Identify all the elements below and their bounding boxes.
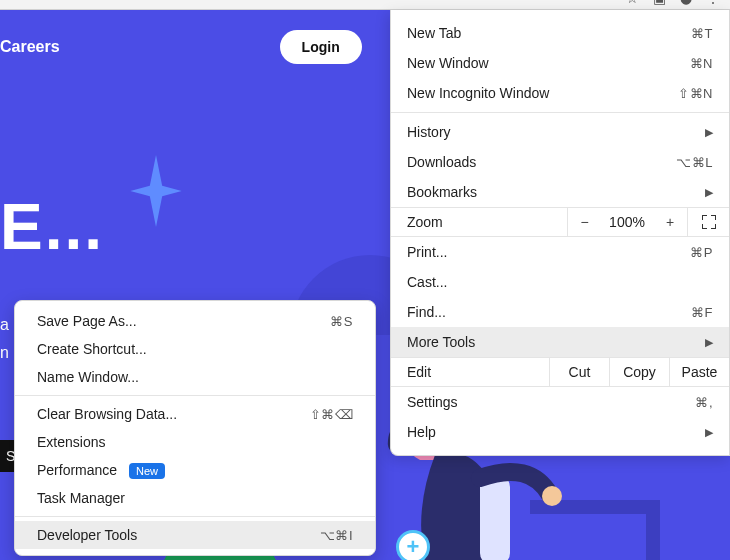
side-text-n: n	[0, 344, 9, 362]
menu-label: New Tab	[407, 25, 461, 41]
chevron-right-icon: ▶	[705, 426, 713, 439]
submenu-extensions[interactable]: Extensions	[15, 428, 375, 456]
submenu-create-shortcut[interactable]: Create Shortcut...	[15, 335, 375, 363]
menu-settings[interactable]: Settings ⌘,	[391, 387, 729, 417]
menu-label: Find...	[407, 304, 446, 320]
edit-paste-button[interactable]: Paste	[669, 358, 729, 386]
menu-label: More Tools	[407, 334, 475, 350]
menu-label: Downloads	[407, 154, 476, 170]
menu-edit-row: Edit Cut Copy Paste	[391, 357, 729, 387]
menu-shortcut: ⌘,	[695, 395, 713, 410]
kebab-menu-icon[interactable]: ⋮	[706, 0, 720, 6]
star-icon[interactable]: ☆	[626, 0, 639, 6]
menu-history[interactable]: History ▶	[391, 117, 729, 147]
menu-bookmarks[interactable]: Bookmarks ▶	[391, 177, 729, 207]
fullscreen-icon	[702, 215, 716, 229]
menu-new-incognito[interactable]: New Incognito Window ⇧⌘N	[391, 78, 729, 108]
menu-shortcut: ⇧⌘N	[678, 86, 713, 101]
menu-label: Extensions	[37, 434, 105, 450]
sparkle-icon	[130, 155, 182, 227]
menu-label: Create Shortcut...	[37, 341, 147, 357]
menu-label: Name Window...	[37, 369, 139, 385]
submenu-name-window[interactable]: Name Window...	[15, 363, 375, 391]
submenu-separator	[15, 395, 375, 396]
submenu-save-page-as[interactable]: Save Page As... ⌘S	[15, 307, 375, 335]
menu-label: Save Page As...	[37, 313, 137, 329]
fullscreen-button[interactable]	[687, 208, 729, 236]
submenu-developer-tools[interactable]: Developer Tools ⌥⌘I	[15, 521, 375, 549]
menu-find[interactable]: Find... ⌘F	[391, 297, 729, 327]
menu-label: Edit	[391, 364, 549, 380]
side-text-a: a	[0, 316, 9, 334]
zoom-value: 100%	[601, 208, 653, 236]
hero-text-fragment: E...	[0, 190, 104, 264]
menu-label: Developer Tools	[37, 527, 137, 543]
menu-label: New Window	[407, 55, 489, 71]
menu-print[interactable]: Print... ⌘P	[391, 237, 729, 267]
plus-badge-icon: +	[396, 530, 430, 560]
edit-cut-button[interactable]: Cut	[549, 358, 609, 386]
menu-label: Zoom	[391, 214, 567, 230]
svg-rect-2	[480, 475, 510, 560]
menu-label: Task Manager	[37, 490, 125, 506]
menu-zoom-row: Zoom − 100% +	[391, 207, 729, 237]
menu-shortcut: ⌘F	[691, 305, 713, 320]
extension-icon[interactable]: ▣	[653, 0, 666, 6]
menu-shortcut: ⌥⌘L	[676, 155, 713, 170]
menu-label: Bookmarks	[407, 184, 477, 200]
menu-downloads[interactable]: Downloads ⌥⌘L	[391, 147, 729, 177]
menu-label: Performance New	[37, 462, 165, 478]
chevron-right-icon: ▶	[705, 336, 713, 349]
chevron-right-icon: ▶	[705, 126, 713, 139]
menu-more-tools[interactable]: More Tools ▶	[391, 327, 729, 357]
menu-shortcut: ⌘T	[691, 26, 713, 41]
svg-point-3	[542, 486, 562, 506]
profile-icon[interactable]: ◒	[680, 0, 692, 6]
menu-shortcut: ⌘N	[690, 56, 713, 71]
new-badge: New	[129, 463, 165, 479]
zoom-out-button[interactable]: −	[567, 208, 601, 236]
menu-new-window[interactable]: New Window ⌘N	[391, 48, 729, 78]
edit-copy-button[interactable]: Copy	[609, 358, 669, 386]
submenu-task-manager[interactable]: Task Manager	[15, 484, 375, 512]
chevron-right-icon: ▶	[705, 186, 713, 199]
browser-toolbar-strip	[0, 0, 730, 10]
menu-label: Clear Browsing Data...	[37, 406, 177, 422]
login-button[interactable]: Login	[280, 30, 362, 64]
menu-label: History	[407, 124, 451, 140]
zoom-in-button[interactable]: +	[653, 208, 687, 236]
menu-separator	[391, 112, 729, 113]
menu-cast[interactable]: Cast...	[391, 267, 729, 297]
menu-label: Cast...	[407, 274, 447, 290]
submenu-separator	[15, 516, 375, 517]
nav-careers[interactable]: Careers	[0, 38, 60, 56]
menu-shortcut: ⌘P	[690, 245, 713, 260]
menu-label: Settings	[407, 394, 458, 410]
menu-new-tab[interactable]: New Tab ⌘T	[391, 18, 729, 48]
chrome-main-menu: New Tab ⌘T New Window ⌘N New Incognito W…	[390, 10, 730, 456]
svg-rect-1	[646, 500, 660, 560]
menu-label: Print...	[407, 244, 447, 260]
menu-help[interactable]: Help ▶	[391, 417, 729, 447]
menu-shortcut: ⌘S	[330, 314, 353, 329]
menu-label: New Incognito Window	[407, 85, 549, 101]
submenu-performance[interactable]: Performance New	[15, 456, 375, 484]
menu-shortcut: ⇧⌘⌫	[310, 407, 354, 422]
toolbar-icons: ☆ ▣ ◒ ⋮	[626, 0, 720, 6]
menu-shortcut: ⌥⌘I	[320, 528, 353, 543]
submenu-clear-browsing-data[interactable]: Clear Browsing Data... ⇧⌘⌫	[15, 400, 375, 428]
menu-label: Help	[407, 424, 436, 440]
more-tools-submenu: Save Page As... ⌘S Create Shortcut... Na…	[14, 300, 376, 556]
page-header: Careers Login	[0, 30, 362, 64]
